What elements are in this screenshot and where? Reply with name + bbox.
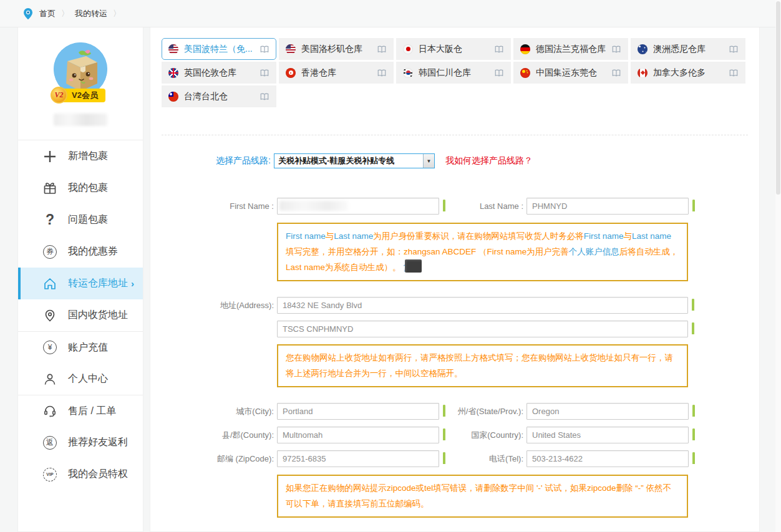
- sidebar-item-recharge[interactable]: ¥ 账户充值: [18, 331, 143, 363]
- flag-au-icon: [638, 44, 648, 54]
- rebate-icon: 返: [42, 435, 57, 450]
- sidebar: V2 V2会员 新增包裹 我的包裹 ? 问题包裹 券 我的优惠券: [17, 27, 143, 532]
- tab-ca-toronto[interactable]: 加拿大多伦多: [631, 62, 745, 84]
- tab-cn-dongguan[interactable]: 中国集运东莞仓: [513, 62, 628, 84]
- sidebar-item-label: 推荐好友返利: [68, 436, 128, 449]
- sidebar-item-label: 售后 / 工单: [68, 405, 116, 418]
- copy-icon[interactable]: [692, 324, 702, 335]
- profile-block: V2 V2会员: [18, 27, 143, 126]
- address-line1-input[interactable]: [277, 297, 688, 314]
- address-line2-input[interactable]: [277, 321, 688, 337]
- address-row-2: [185, 321, 759, 337]
- copy-icon[interactable]: [692, 406, 703, 417]
- book-icon[interactable]: [729, 69, 739, 77]
- sidebar-item-label: 国内收货地址: [68, 309, 128, 322]
- tab-hk[interactable]: 香港仓库: [279, 62, 394, 84]
- last-name-input[interactable]: [526, 198, 689, 215]
- sidebar-item-domestic-address[interactable]: 国内收货地址: [18, 299, 143, 331]
- sidebar-menu: 新增包裹 我的包裹 ? 问题包裹 券 我的优惠券 转运仓库地址 ›: [18, 140, 143, 490]
- last-name-label: Last Name :: [454, 201, 523, 211]
- cursor-overlay: [405, 259, 422, 273]
- tab-au-sydney[interactable]: 澳洲悉尼仓库: [631, 38, 745, 60]
- sidebar-item-referral[interactable]: 返 推荐好友返利: [18, 427, 143, 458]
- sidebar-item-label: 我的包裹: [68, 181, 108, 195]
- copy-icon[interactable]: [692, 201, 703, 212]
- book-icon[interactable]: [260, 92, 269, 101]
- zip-notice: 如果您正在购物的网站提示zipcode或tel填写错误，请删除数字中间 '-' …: [277, 475, 688, 518]
- headset-icon: [42, 404, 57, 418]
- sidebar-item-problem-packages[interactable]: ? 问题包裹: [18, 204, 143, 236]
- flag-cn-icon: [520, 68, 530, 78]
- question-icon: ?: [42, 213, 57, 228]
- flag-jp-icon: [403, 44, 413, 54]
- sidebar-item-coupons[interactable]: 券 我的优惠券: [18, 236, 143, 268]
- sidebar-item-profile-center[interactable]: 个人中心: [18, 363, 143, 395]
- book-icon[interactable]: [611, 45, 621, 54]
- address-row-1: 地址(Address):: [185, 297, 759, 314]
- copy-icon[interactable]: [443, 453, 454, 465]
- chevron-right-icon: 〉: [113, 8, 121, 19]
- book-icon[interactable]: [377, 45, 387, 54]
- flag-ca-icon: [638, 68, 648, 78]
- product-line-select[interactable]: 关税补贴模式-鞋服关税补贴专线 ▼: [274, 153, 435, 168]
- account-info-link[interactable]: 个人账户信息: [569, 247, 619, 256]
- copy-icon[interactable]: [443, 430, 454, 441]
- copy-icon[interactable]: [692, 453, 703, 465]
- zip-tel-row: 邮编 (ZipCode): 电话(Tel):: [185, 450, 759, 467]
- city-label: 城市(City):: [185, 406, 274, 417]
- product-line-help-link[interactable]: 我如何选择产品线路？: [445, 155, 533, 167]
- city-input[interactable]: [277, 403, 439, 420]
- flag-de-icon: [520, 44, 530, 54]
- vip-badge-label: V2会员: [72, 90, 98, 101]
- divider-dashed: [162, 135, 748, 135]
- map-pin-icon: [42, 308, 57, 323]
- sidebar-item-label: 新增包裹: [68, 150, 108, 163]
- zip-label: 邮编 (ZipCode):: [185, 453, 274, 465]
- sidebar-item-warehouse-address[interactable]: 转运仓库地址 ›: [18, 268, 143, 299]
- sidebar-item-my-packages[interactable]: 我的包裹: [18, 172, 143, 204]
- tab-us-portland[interactable]: 美国波特兰（免...: [162, 38, 276, 60]
- tab-kr-incheon[interactable]: 韩国仁川仓库: [396, 62, 511, 84]
- state-input[interactable]: [526, 403, 689, 420]
- book-icon[interactable]: [260, 45, 269, 54]
- scrollbar-thumb[interactable]: [776, 1, 780, 195]
- breadcrumb-current[interactable]: 我的转运: [75, 8, 107, 19]
- country-input[interactable]: [526, 427, 689, 443]
- tab-jp-osaka[interactable]: 日本大阪仓: [396, 38, 511, 60]
- user-icon: [42, 372, 57, 387]
- product-line-row: 选择产品线路: 关税补贴模式-鞋服关税补贴专线 ▼ 我如何选择产品线路？: [185, 153, 759, 168]
- state-label: 州/省(State/Prov.):: [454, 406, 523, 417]
- coupon-icon: 券: [42, 244, 57, 259]
- breadcrumb-home[interactable]: 首页: [39, 8, 56, 19]
- copy-icon[interactable]: [443, 201, 454, 212]
- sidebar-item-vip-privileges[interactable]: VIP 我的会员特权: [18, 458, 143, 490]
- county-label: 县/郡(County):: [185, 430, 274, 441]
- book-icon[interactable]: [494, 45, 504, 54]
- book-icon[interactable]: [377, 69, 387, 77]
- county-input[interactable]: [277, 427, 439, 443]
- copy-icon[interactable]: [692, 430, 703, 441]
- vip-rosette-icon: VIP: [42, 467, 57, 482]
- sidebar-item-label: 我的优惠券: [68, 245, 118, 258]
- book-icon[interactable]: [729, 45, 739, 54]
- tab-us-la[interactable]: 美国洛杉矶仓库: [279, 38, 394, 60]
- book-icon[interactable]: [611, 69, 621, 77]
- name-notice: First name与Last name为用户身份重要标识，请在购物网站填写收货…: [277, 223, 688, 281]
- chevron-right-icon: ›: [131, 278, 134, 289]
- address-notice: 您在购物网站上收货地址如有两行，请严格按照上方格式填写；您在购物网站上收货地址如…: [277, 344, 688, 387]
- tab-tw-taipei[interactable]: 台湾台北仓: [162, 85, 276, 107]
- chevron-right-icon: 〉: [61, 8, 69, 19]
- tab-de-frankfurt[interactable]: 德国法兰克福仓库: [513, 38, 628, 60]
- copy-icon[interactable]: [443, 406, 454, 417]
- sidebar-item-aftersales[interactable]: 售后 / 工单: [18, 395, 143, 427]
- zip-input[interactable]: [277, 450, 439, 467]
- tel-input[interactable]: [526, 450, 689, 467]
- book-icon[interactable]: [260, 69, 269, 77]
- scrollbar-track[interactable]: [775, 0, 781, 532]
- chevron-down-icon[interactable]: ▼: [423, 154, 434, 168]
- sidebar-item-add-package[interactable]: 新增包裹: [18, 140, 143, 172]
- book-icon[interactable]: [494, 69, 504, 77]
- copy-icon[interactable]: [692, 300, 702, 311]
- vip-badge[interactable]: V2 V2会员: [56, 89, 105, 102]
- tab-gb-london[interactable]: 英国伦敦仓库: [162, 62, 276, 84]
